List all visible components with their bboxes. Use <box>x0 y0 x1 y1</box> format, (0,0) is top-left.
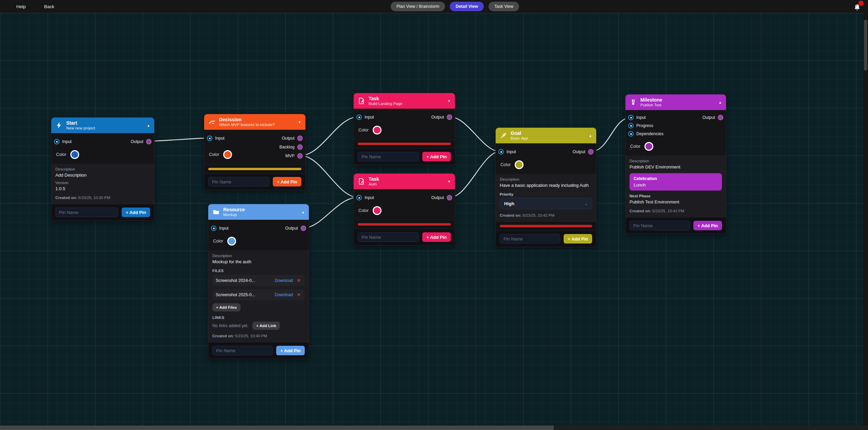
color-row: Color <box>630 142 663 151</box>
color-swatch[interactable] <box>227 237 236 246</box>
collapse-caret-icon[interactable]: ▼ <box>296 120 301 124</box>
collapse-caret-icon[interactable]: ▲ <box>716 101 722 104</box>
vertical-scrollbar[interactable] <box>863 13 868 426</box>
collapse-caret-icon[interactable]: ▲ <box>145 124 150 127</box>
add-link-button[interactable]: + Add Link <box>252 322 280 330</box>
output-pin[interactable] <box>447 195 452 200</box>
mvp-pin[interactable] <box>297 153 303 159</box>
output-pin[interactable] <box>297 136 303 141</box>
node-canvas[interactable]: Start New new project ▲ Input Output Col… <box>0 13 868 430</box>
horizontal-scrollbar[interactable] <box>0 426 868 430</box>
description-label: Description <box>55 167 150 171</box>
progress-bar <box>358 223 451 226</box>
description-value[interactable]: Add Description <box>55 172 150 178</box>
remove-file-icon[interactable]: ✕ <box>296 292 301 297</box>
input-pin[interactable] <box>356 195 362 200</box>
node-decission[interactable]: Decission Which MVP features to include?… <box>204 114 306 190</box>
collapse-caret-icon[interactable]: ▼ <box>445 99 451 103</box>
node-decission-header[interactable]: Decission Which MVP features to include?… <box>204 114 305 130</box>
wire-resource-to-task-auth <box>304 197 358 228</box>
color-swatch[interactable] <box>515 160 524 169</box>
pin-name-input[interactable] <box>208 177 269 186</box>
node-start-header[interactable]: Start New new project ▲ <box>51 118 154 133</box>
add-pin-button[interactable]: + Add Pin <box>693 221 722 230</box>
add-pin-button[interactable]: + Add Pin <box>422 152 451 161</box>
rocket-icon <box>500 132 507 139</box>
node-milestone[interactable]: Milestone Publish Test ▲ Input Progress <box>625 94 726 234</box>
output-pin[interactable] <box>588 149 594 155</box>
output-pin[interactable] <box>447 114 452 120</box>
node-task-auth[interactable]: Task Auth ▼ Input Output Color <box>353 173 455 246</box>
input-pin[interactable] <box>356 114 362 120</box>
color-swatch[interactable] <box>373 206 382 215</box>
view-task-button[interactable]: Task View <box>489 2 519 11</box>
view-plan-brainstorm-button[interactable]: Plan View / Brainstorm <box>391 2 445 11</box>
notifications-bell-icon[interactable] <box>853 1 863 12</box>
collapse-caret-icon[interactable]: ▲ <box>587 134 592 138</box>
node-task-header[interactable]: Task Auth ▼ <box>354 174 455 189</box>
node-resource-header[interactable]: Resource Mockup ▲ <box>208 204 309 220</box>
download-link[interactable]: Download <box>275 278 293 283</box>
node-subtitle: Basic App <box>511 136 583 141</box>
details-section: Description Add Description Version 1.0.… <box>51 164 154 204</box>
color-swatch[interactable] <box>223 150 232 159</box>
node-milestone-header[interactable]: Milestone Publish Test ▲ <box>625 94 726 110</box>
color-swatch[interactable] <box>373 126 382 135</box>
remove-file-icon[interactable]: ✕ <box>296 278 301 283</box>
pins-section: Input Output Color <box>354 189 455 220</box>
add-pin-button[interactable]: + Add Pin <box>122 208 150 217</box>
pin-name-input[interactable] <box>212 346 273 355</box>
pin-row: Input <box>207 134 232 143</box>
description-value[interactable]: Have a basic application ready including… <box>500 182 592 188</box>
dependencies-pin[interactable] <box>628 131 634 137</box>
horizontal-scrollbar-thumb[interactable] <box>0 426 554 430</box>
output-pin[interactable] <box>301 226 306 231</box>
node-footer: + Add Pin <box>354 148 455 165</box>
output-pin[interactable] <box>146 139 152 144</box>
help-button[interactable]: Help <box>16 4 26 9</box>
node-task-build-landing-page[interactable]: Task Build Landing Page ▼ Input Output C… <box>353 93 455 165</box>
add-pin-button[interactable]: + Add Pin <box>273 177 301 186</box>
input-pin[interactable] <box>628 115 634 120</box>
next-phase-value[interactable]: Publish Test Environment <box>630 199 722 205</box>
backlog-pin[interactable] <box>297 144 303 150</box>
output-pin[interactable] <box>718 115 723 120</box>
node-goal-header[interactable]: Goal Basic App ▲ <box>496 128 596 143</box>
priority-select[interactable]: High ⌄ <box>500 198 592 209</box>
pin-name-input[interactable] <box>55 208 118 217</box>
add-pin-button[interactable]: + Add Pin <box>422 232 451 242</box>
description-value[interactable]: Mockup for the auth <box>212 259 305 265</box>
pin-name-input[interactable] <box>358 152 419 161</box>
add-pin-button[interactable]: + Add Pin <box>564 234 592 244</box>
vertical-scrollbar-thumb[interactable] <box>864 20 867 71</box>
color-swatch[interactable] <box>70 150 79 159</box>
node-goal[interactable]: Goal Basic App ▲ Input Output Color <box>495 127 597 247</box>
progress-pin[interactable] <box>628 123 634 128</box>
color-row: Color <box>358 206 452 215</box>
input-pin[interactable] <box>54 139 59 144</box>
input-pin[interactable] <box>498 149 504 155</box>
collapse-caret-icon[interactable]: ▼ <box>445 180 451 183</box>
node-titles: Task Build Landing Page <box>369 96 442 106</box>
add-pin-button[interactable]: + Add Pin <box>276 346 305 355</box>
node-subtitle: Which MVP features to include? <box>219 122 293 127</box>
file-name: Screenshot 2024-0... <box>216 278 271 283</box>
version-value[interactable]: 1.0.5 <box>55 186 150 192</box>
node-task-header[interactable]: Task Build Landing Page ▼ <box>354 93 455 109</box>
input-pin[interactable] <box>211 226 216 231</box>
download-link[interactable]: Download <box>275 292 293 297</box>
collapse-caret-icon[interactable]: ▲ <box>299 210 305 214</box>
pin-name-input[interactable] <box>500 234 560 244</box>
view-detail-button[interactable]: Detail View <box>450 2 484 11</box>
description-value[interactable]: Publish DEV Environment <box>630 164 722 170</box>
color-swatch[interactable] <box>644 142 653 151</box>
pin-name-input[interactable] <box>630 221 690 230</box>
back-button[interactable]: Back <box>44 4 54 9</box>
pin-name-input[interactable] <box>358 232 419 242</box>
node-resource[interactable]: Resource Mockup ▲ Input Output Color <box>208 204 309 359</box>
folder-icon <box>212 208 220 216</box>
node-start[interactable]: Start New new project ▲ Input Output Col… <box>51 117 155 221</box>
input-pin[interactable] <box>207 136 212 141</box>
add-files-button[interactable]: + Add Files <box>212 303 241 311</box>
pin-row: Input Output <box>356 193 452 202</box>
